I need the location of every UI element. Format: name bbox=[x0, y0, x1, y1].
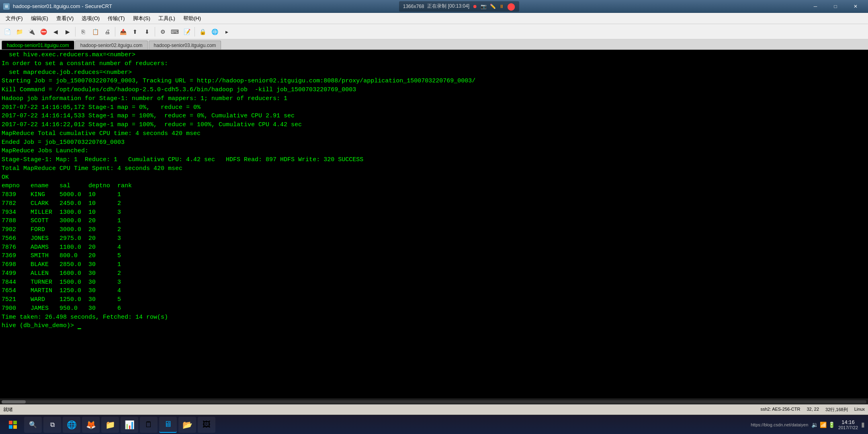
menu-edit[interactable]: 编辑(E) bbox=[27, 13, 52, 24]
show-desktop[interactable]: ▮ bbox=[861, 421, 865, 428]
tab-server3[interactable]: hadoop-senior03.itguigu.com bbox=[149, 41, 221, 49]
tb-globe[interactable]: 🌐 bbox=[209, 26, 220, 37]
time-display: 14:16 bbox=[838, 419, 858, 425]
status-right: ssh2: AES-256-CTR 32, 22 32行,168列 Linux bbox=[760, 407, 865, 413]
menu-view[interactable]: 查看(V) bbox=[52, 13, 78, 24]
app-icon: 🖥 bbox=[3, 3, 10, 10]
minimize-button[interactable]: ─ bbox=[806, 0, 825, 13]
svg-rect-0 bbox=[9, 421, 12, 424]
tb-disconnect[interactable]: ⛔ bbox=[38, 26, 49, 37]
taskbar-edge[interactable]: 🌐 bbox=[63, 417, 80, 433]
taskbar: 🔍 ⧉ 🌐 🦊 📁 📊 🗒 🖥 📂 🖼 https://blog.csdn.ne… bbox=[0, 415, 868, 434]
toolbar: 📄 📁 🔌 ⛔ ◀ ▶ ⎘ 📋 🖨 📤 ⬆ ⬇ ⚙ ⌨ 📝 🔒 🌐 ▸ bbox=[0, 24, 868, 39]
recording-info: 1366x768 正在录制 [00:13:04] ⏺ 📷 ✏️ ⏸ ⬤ bbox=[399, 1, 519, 12]
toolbar-sep-4 bbox=[194, 27, 195, 37]
scrollbar-thumb[interactable] bbox=[2, 400, 26, 403]
menu-help[interactable]: 帮助(H) bbox=[179, 13, 205, 24]
terminal-output: set hive.exec.reducers.max=<number> In o… bbox=[2, 51, 866, 330]
taskbar-app2[interactable]: 🗒 bbox=[140, 417, 158, 433]
title-bar-left: 🖥 hadoop-senior01.itguigu.com - SecureCR… bbox=[3, 3, 112, 10]
status-bar: 就绪 ssh2: AES-256-CTR 32, 22 32行,168列 Lin… bbox=[0, 404, 868, 415]
window-title: hadoop-senior01.itguigu.com - SecureCRT bbox=[13, 3, 112, 9]
status-os: Linux bbox=[854, 407, 865, 413]
tb-settings[interactable]: ⚙ bbox=[157, 26, 168, 37]
menu-file[interactable]: 文件(F) bbox=[2, 13, 27, 24]
taskbar-url: https://blog.csdn.net/dataiyen bbox=[751, 422, 808, 427]
svg-rect-2 bbox=[9, 425, 12, 429]
resolution-display: 1366x768 bbox=[403, 4, 424, 9]
tb-macro[interactable]: 📝 bbox=[181, 26, 192, 37]
taskbar-securecrt[interactable]: 🖥 bbox=[159, 417, 177, 433]
tb-print[interactable]: 🖨 bbox=[102, 26, 113, 37]
clock[interactable]: 14:16 2017/7/22 bbox=[838, 419, 858, 430]
status-ssh: ssh2: AES-256-CTR bbox=[760, 407, 800, 413]
menu-transfer[interactable]: 传输(T) bbox=[104, 13, 129, 24]
window-controls: ─ □ ✕ bbox=[806, 0, 865, 13]
taskbar-taskview[interactable]: ⧉ bbox=[43, 417, 61, 433]
tb-keymap[interactable]: ⌨ bbox=[169, 26, 180, 37]
tb-connect[interactable]: 🔌 bbox=[26, 26, 37, 37]
taskbar-right: https://blog.csdn.net/dataiyen 🔉 📶 🔋 14:… bbox=[751, 419, 865, 430]
svg-rect-1 bbox=[13, 421, 17, 424]
taskbar-search[interactable]: 🔍 bbox=[24, 417, 42, 433]
taskbar-folder[interactable]: 📂 bbox=[178, 417, 196, 433]
status-position: 32, 22 bbox=[807, 407, 819, 413]
status-line-col: 32行,168列 bbox=[825, 407, 848, 413]
pause-icon: ⏸ bbox=[499, 4, 504, 9]
tb-upload[interactable]: ⬆ bbox=[129, 26, 141, 37]
scrollbar-track bbox=[2, 400, 866, 403]
title-bar: 🖥 hadoop-senior01.itguigu.com - SecureCR… bbox=[0, 0, 868, 13]
menu-options[interactable]: 选项(O) bbox=[78, 13, 104, 24]
tb-paste[interactable]: 📋 bbox=[90, 26, 101, 37]
tb-lock[interactable]: 🔒 bbox=[197, 26, 208, 37]
tab-server1[interactable]: hadoop-senior01.itguigu.com bbox=[2, 41, 74, 49]
main-window: 🖥 hadoop-senior01.itguigu.com - SecureCR… bbox=[0, 0, 868, 415]
tb-back[interactable]: ◀ bbox=[50, 26, 61, 37]
record-icon: ⏺ bbox=[473, 4, 477, 9]
maximize-button[interactable]: □ bbox=[826, 0, 845, 13]
tab-server2[interactable]: hadoop-senior02.itguigu.com bbox=[75, 41, 148, 49]
cam-icon: 📷 bbox=[481, 4, 487, 9]
toolbar-sep-1 bbox=[75, 27, 76, 37]
stop-icon: ⬤ bbox=[507, 2, 515, 11]
taskbar-firefox[interactable]: 🦊 bbox=[82, 417, 100, 433]
close-button[interactable]: ✕ bbox=[846, 0, 865, 13]
tab-bar: hadoop-senior01.itguigu.com hadoop-senio… bbox=[0, 39, 868, 50]
menu-script[interactable]: 脚本(S) bbox=[129, 13, 154, 24]
terminal-wrapper[interactable]: set hive.exec.reducers.max=<number> In o… bbox=[0, 50, 868, 399]
tb-open[interactable]: 📁 bbox=[14, 26, 25, 37]
menu-tools[interactable]: 工具(L) bbox=[154, 13, 179, 24]
svg-rect-3 bbox=[13, 425, 17, 429]
taskbar-app1[interactable]: 📊 bbox=[121, 417, 138, 433]
tb-forward[interactable]: ▶ bbox=[62, 26, 73, 37]
menu-bar: 文件(F) 编辑(E) 查看(V) 选项(O) 传输(T) 脚本(S) 工具(L… bbox=[0, 13, 868, 24]
taskbar-files[interactable]: 📁 bbox=[101, 417, 119, 433]
system-tray-icons: 🔉 📶 🔋 bbox=[811, 422, 835, 428]
tb-new[interactable]: 📄 bbox=[2, 26, 13, 37]
tb-sftp[interactable]: 📤 bbox=[117, 26, 129, 37]
start-button[interactable] bbox=[3, 417, 23, 433]
taskbar-photos[interactable]: 🖼 bbox=[198, 417, 215, 433]
recording-status: 正在录制 [00:13:04] bbox=[427, 3, 469, 10]
tb-more[interactable]: ▸ bbox=[221, 26, 232, 37]
horizontal-scrollbar[interactable] bbox=[0, 399, 868, 404]
tb-copy[interactable]: ⎘ bbox=[78, 26, 89, 37]
edit-icon: ✏️ bbox=[490, 4, 496, 9]
tb-download[interactable]: ⬇ bbox=[141, 26, 153, 37]
toolbar-sep-3 bbox=[155, 27, 155, 37]
date-display: 2017/7/22 bbox=[838, 425, 858, 430]
status-ready: 就绪 bbox=[3, 406, 760, 413]
toolbar-sep-2 bbox=[115, 27, 115, 37]
